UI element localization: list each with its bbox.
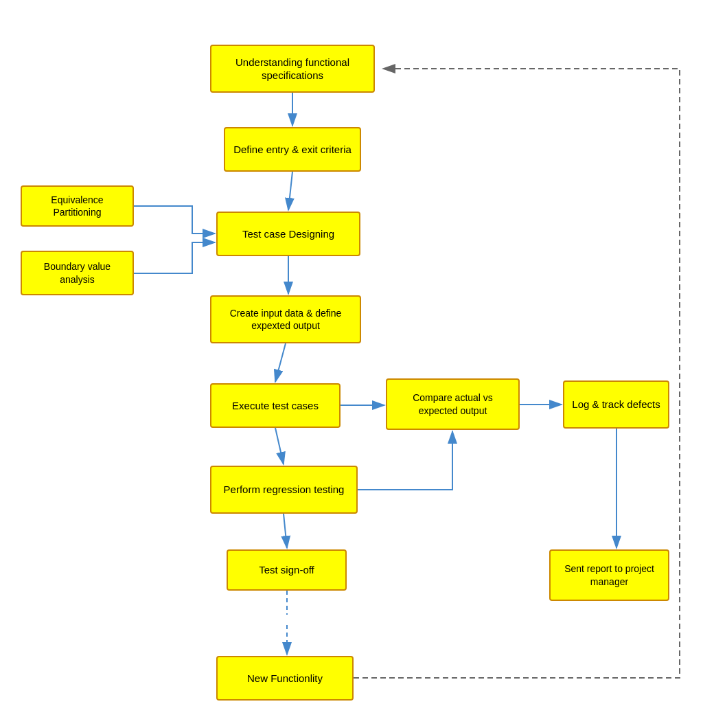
svg-line-9 (275, 428, 284, 464)
test-case-box: Test case Designing (216, 212, 360, 256)
svg-line-4 (288, 172, 292, 210)
new-functionality-box: New Functionlity (216, 656, 354, 701)
execute-box: Execute test cases (210, 383, 341, 428)
log-track-box: Log & track defects (563, 380, 669, 429)
define-entry-box: Define entry & exit criteria (224, 127, 361, 172)
regression-box: Perform regression testing (210, 466, 358, 514)
create-input-box: Create input data & define expexted outp… (210, 295, 361, 343)
test-signoff-box: Test sign-off (227, 549, 347, 591)
svg-line-11 (284, 514, 287, 548)
flowchart: Understanding functional specifications … (0, 0, 703, 728)
flow-arrows (0, 0, 703, 728)
equivalence-box: Equivalence Partitioning (21, 185, 134, 227)
svg-line-6 (275, 343, 286, 382)
sent-report-box: Sent report to project manager (549, 549, 669, 601)
understanding-box: Understanding functional specifications (210, 45, 375, 93)
compare-box: Compare actual vs expected output (386, 378, 520, 430)
boundary-box: Boundary value analysis (21, 251, 134, 295)
